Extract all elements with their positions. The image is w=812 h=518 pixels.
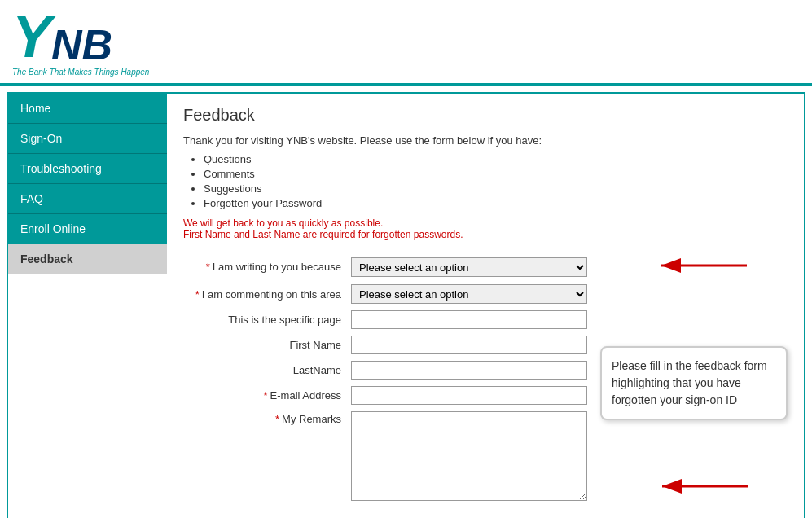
- list-item-suggestions: Suggestions: [204, 182, 788, 195]
- required-star-2: *: [195, 288, 200, 301]
- sidebar-item-enroll[interactable]: Enroll Online: [8, 214, 167, 244]
- note-text: We will get back to you as quickly as po…: [183, 217, 788, 240]
- last-name-label-cell: LastName: [183, 358, 346, 383]
- arrow1-cell: [653, 252, 788, 281]
- email-input[interactable]: [351, 386, 587, 405]
- intro-text: Thank you for visiting YNB's website. Pl…: [183, 134, 788, 147]
- sidebar-item-signon[interactable]: Sign-On: [8, 124, 167, 154]
- spacer-cell-2: [653, 307, 788, 332]
- writing-because-select[interactable]: Please select an option: [351, 257, 587, 277]
- intro-list: Questions Comments Suggestions Forgotten…: [204, 153, 788, 209]
- commenting-area-select[interactable]: Please select an option: [351, 284, 587, 304]
- remarks-label-cell: *My Remarks: [183, 408, 346, 507]
- remarks-textarea[interactable]: [351, 411, 587, 501]
- sidebar-item-feedback[interactable]: Feedback: [8, 244, 167, 274]
- sidebar-item-faq[interactable]: FAQ: [8, 184, 167, 214]
- required-star-1: *: [206, 261, 210, 273]
- specific-page-label-cell: This is the specific page: [183, 307, 346, 332]
- first-name-input[interactable]: [351, 336, 587, 354]
- specific-page-input[interactable]: [351, 310, 587, 329]
- list-item-questions: Questions: [204, 153, 788, 165]
- required-star-4: *: [275, 413, 279, 425]
- logo-y: Y: [12, 7, 51, 66]
- arrow1-icon: [657, 256, 755, 275]
- main-container: Home Sign-On Troubleshooting FAQ Enroll …: [7, 92, 805, 518]
- specific-page-cell: [346, 307, 653, 332]
- last-name-input[interactable]: [351, 361, 587, 380]
- annotation-text: Please fill in the feedback form highlig…: [612, 359, 767, 406]
- list-item-password: Forgotten your Password: [204, 197, 788, 209]
- remarks-cell: [346, 408, 653, 507]
- writing-because-label: *I am writing to you because: [183, 252, 346, 281]
- first-name-label-cell: First Name: [183, 332, 346, 358]
- arrow2-cell: [653, 408, 788, 507]
- spacer-cell-1: [653, 281, 788, 307]
- content-area: Feedback Thank you for visiting YNB's we…: [167, 94, 804, 518]
- page-title: Feedback: [183, 106, 788, 125]
- commenting-area-cell: Please select an option: [346, 281, 653, 307]
- sidebar: Home Sign-On Troubleshooting FAQ Enroll …: [8, 94, 167, 518]
- commenting-area-label: *I am commenting on this area: [183, 281, 346, 307]
- annotation-box: Please fill in the feedback form highlig…: [600, 346, 788, 420]
- logo-tagline: The Bank That Makes Things Happen: [12, 68, 149, 77]
- logo-nb: NB: [51, 24, 112, 66]
- list-item-comments: Comments: [204, 168, 788, 180]
- header: Y NB The Bank That Makes Things Happen: [0, 0, 812, 86]
- email-label-cell: *E-mail Address: [183, 383, 346, 408]
- required-star-3: *: [264, 389, 268, 402]
- logo: Y NB The Bank That Makes Things Happen: [12, 7, 149, 77]
- writing-because-cell: Please select an option: [346, 252, 653, 281]
- sidebar-item-home[interactable]: Home: [8, 94, 167, 124]
- arrow2-icon: [658, 476, 756, 496]
- sidebar-item-troubleshooting[interactable]: Troubleshooting: [8, 154, 167, 184]
